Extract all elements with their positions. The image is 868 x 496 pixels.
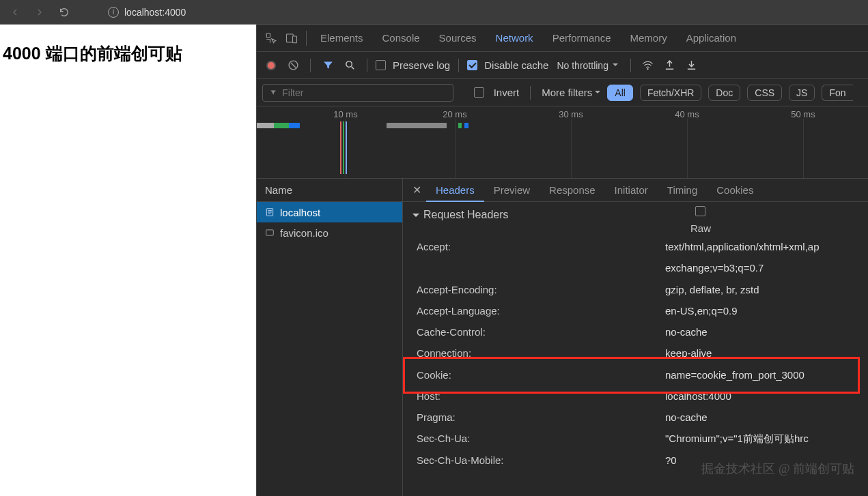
inspect-icon[interactable] [261, 28, 281, 48]
disable-cache-checkbox[interactable] [467, 60, 477, 70]
request-detail: ✕ Headers Preview Response Initiator Tim… [403, 179, 868, 496]
header-row: Accept-Encoding:gzip, deflate, br, zstd [412, 279, 858, 300]
detail-tab-timing[interactable]: Timing [658, 179, 707, 202]
image-icon [265, 228, 275, 237]
header-key: Cache-Control: [412, 324, 665, 340]
funnel-icon [270, 89, 277, 96]
headers-body[interactable]: Request Headers Raw Accept:text/html,app… [403, 202, 868, 496]
header-row: Sec-Ch-Ua-Mobile:?0 [412, 450, 858, 471]
device-toggle-icon[interactable] [281, 28, 302, 48]
raw-label: Raw [690, 222, 711, 234]
back-button[interactable] [5, 3, 25, 22]
address-field[interactable]: i localhost:4000 [98, 3, 195, 22]
header-key: Sec-Ch-Ua-Mobile: [412, 452, 665, 468]
close-detail-button[interactable]: ✕ [407, 181, 426, 200]
timeline-tick: 10 ms [333, 109, 357, 119]
pill-js[interactable]: JS [789, 85, 815, 101]
detail-tab-response[interactable]: Response [540, 179, 605, 202]
network-panels: Name localhost favicon.ico ✕ Headers Pre… [257, 179, 868, 496]
svg-point-4 [647, 68, 649, 70]
url-text: localhost:4000 [124, 7, 186, 18]
network-conditions-icon[interactable] [639, 57, 657, 74]
detail-tabstrip: ✕ Headers Preview Response Initiator Tim… [403, 179, 868, 202]
timeline-tick: 50 ms [791, 109, 815, 119]
header-row: Cache-Control:no-cache [412, 321, 858, 342]
detail-tab-headers[interactable]: Headers [426, 179, 484, 202]
header-key: Accept-Language: [412, 303, 665, 319]
tab-console[interactable]: Console [373, 25, 430, 52]
devtools-tabstrip: Elements Console Sources Network Perform… [257, 25, 868, 52]
request-list-header[interactable]: Name [257, 179, 402, 202]
network-timeline[interactable]: 10 ms 20 ms 30 ms 40 ms 50 ms [257, 106, 868, 179]
preserve-log-label: Preserve log [393, 59, 450, 71]
filter-toggle-icon[interactable] [319, 57, 337, 74]
devtools-panel: Elements Console Sources Network Perform… [256, 25, 868, 496]
header-key: Pragma: [412, 409, 665, 425]
header-value: no-cache [665, 324, 708, 340]
request-name: favicon.ico [280, 227, 328, 239]
invert-label: Invert [494, 87, 520, 98]
header-row: Accept-Language:en-US,en;q=0.9 [412, 300, 858, 321]
tab-sources[interactable]: Sources [430, 25, 486, 52]
detail-tab-initiator[interactable]: Initiator [605, 179, 658, 202]
header-row: Sec-Ch-Ua:"Chromium";v="1前端创可贴hrc [412, 428, 858, 449]
header-row: Accept:text/html,application/xhtml+xml,a… [412, 236, 858, 257]
tab-performance[interactable]: Performance [543, 25, 621, 52]
filter-input-wrap[interactable] [262, 84, 453, 102]
header-row: Cookie:name=cookie_from_port_3000 [412, 364, 858, 385]
reload-button[interactable] [55, 3, 74, 22]
search-icon[interactable] [341, 57, 359, 74]
tab-network[interactable]: Network [486, 25, 543, 52]
tab-elements[interactable]: Elements [311, 25, 373, 52]
pill-fetch-xhr[interactable]: Fetch/XHR [640, 85, 701, 101]
header-key: Host: [412, 388, 665, 404]
pill-font[interactable]: Fon [822, 85, 852, 101]
header-value: no-cache [665, 409, 708, 425]
upload-har-icon[interactable] [661, 57, 679, 74]
svg-rect-1 [293, 36, 297, 43]
record-button[interactable] [262, 57, 280, 74]
network-toolbar: Preserve log Disable cache No throttling [257, 52, 868, 79]
header-row: exchange;v=b3;q=0.7 [412, 257, 858, 278]
request-list: Name localhost favicon.ico [257, 179, 403, 496]
svg-rect-0 [287, 34, 294, 42]
header-value: exchange;v=b3;q=0.7 [665, 260, 764, 276]
header-key: Accept: [412, 239, 665, 254]
forward-button[interactable] [30, 3, 49, 22]
header-key: Cookie: [412, 367, 665, 383]
header-value: name=cookie_from_port_3000 [665, 367, 804, 383]
section-request-headers[interactable]: Request Headers [412, 209, 858, 221]
timeline-tick: 30 ms [559, 109, 583, 119]
filter-input[interactable] [282, 87, 446, 98]
detail-tab-cookies[interactable]: Cookies [707, 179, 763, 202]
header-row: Host:localhost:4000 [412, 385, 858, 407]
header-value: gzip, deflate, br, zstd [665, 282, 759, 297]
download-har-icon[interactable] [683, 57, 701, 74]
more-filters-menu[interactable]: More filters [542, 87, 600, 98]
request-row[interactable]: localhost [257, 202, 402, 222]
timeline-tick: 20 ms [443, 109, 466, 119]
page-content: 4000 端口的前端创可贴 [0, 25, 256, 496]
header-key: Accept-Encoding: [412, 282, 665, 297]
header-value: keep-alive [665, 345, 712, 361]
detail-tab-preview[interactable]: Preview [484, 179, 540, 202]
site-info-icon[interactable]: i [108, 7, 119, 18]
request-row[interactable]: favicon.ico [257, 222, 402, 243]
pill-css[interactable]: CSS [747, 85, 782, 101]
header-value: "Chromium";v="1前端创可贴hrc [665, 431, 809, 446]
disclosure-triangle-icon[interactable] [412, 214, 419, 220]
clear-button[interactable] [284, 57, 302, 74]
tab-memory[interactable]: Memory [621, 25, 677, 52]
tab-application[interactable]: Application [677, 25, 746, 52]
header-value: ?0 [665, 452, 677, 468]
browser-address-bar: i localhost:4000 [0, 0, 868, 25]
throttling-select[interactable]: No throttling [552, 57, 621, 74]
raw-checkbox[interactable] [695, 206, 705, 216]
filter-bar: Invert More filters All Fetch/XHR Doc CS… [257, 79, 868, 106]
invert-checkbox[interactable] [474, 87, 484, 98]
pill-doc[interactable]: Doc [708, 85, 740, 101]
pill-all[interactable]: All [607, 85, 633, 101]
header-key [412, 260, 665, 276]
timeline-tick: 40 ms [675, 109, 699, 119]
preserve-log-checkbox[interactable] [376, 60, 386, 70]
